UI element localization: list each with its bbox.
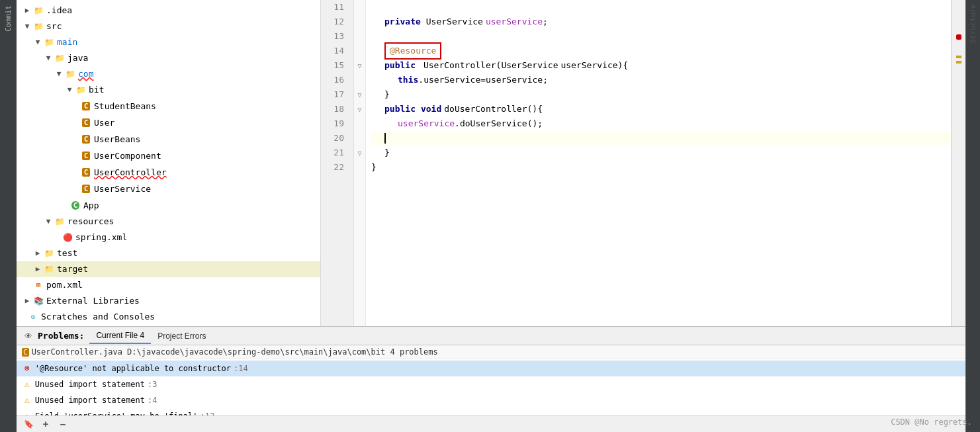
plus-btn[interactable]: + [39, 417, 52, 431]
param-userservice-16: userService [486, 73, 543, 87]
tree-label-user: User [94, 116, 114, 130]
code-line-20[interactable] [371, 131, 951, 146]
problem-text-3: Field 'userService' may be 'final' [35, 410, 198, 415]
class-icon-usercontroller: C [80, 165, 92, 179]
problems-list: ⊗ '@Resource' not applicable to construc… [17, 359, 965, 415]
problem-item-1[interactable]: ⚠ Unused import statement :3 [17, 376, 965, 392]
gutter-16 [354, 73, 365, 87]
tree-item-java[interactable]: ▼ 📁 java [17, 50, 320, 66]
structure-sidebar: Structure [965, 0, 980, 432]
tree-item-userservice[interactable]: C UserService [17, 181, 320, 197]
tree-item-studentbeans[interactable]: C StudentBeans [17, 98, 320, 114]
tree-label-pom: pom.xml [46, 279, 83, 292]
commit-tab[interactable]: Commit [1, 0, 15, 37]
tree-label-usercontroller: UserController [94, 166, 167, 179]
left-tab-bar: Commit [0, 0, 17, 432]
gutter-17: ▽ [354, 87, 365, 102]
type-userservice-12: UserService [426, 15, 483, 29]
warn-icon-2: ⚠ [24, 394, 30, 406]
annotation-box-14: @Resource [384, 42, 441, 60]
var-userservice-12: userService [486, 15, 543, 29]
ln-17: 17 [321, 87, 348, 102]
gutter-15: ▽ [354, 58, 365, 73]
ln-16: 16 [321, 73, 348, 87]
problem-loc-3: :12 [200, 410, 214, 415]
tab-current-file[interactable]: Current File 4 [89, 328, 151, 344]
warn-icon-1: ⚠ [24, 378, 30, 390]
tree-arrow-idea: ▶ [22, 4, 32, 17]
semicolon-12: ; [543, 15, 548, 29]
scratches-icon: ⊙ [27, 310, 39, 324]
semi-16: ; [543, 73, 548, 87]
tree-arrow-java: ▼ [43, 52, 54, 65]
pom-icon: m [32, 279, 44, 292]
problems-label: Problems: [38, 331, 84, 341]
tree-item-pomxml[interactable]: m pom.xml [17, 277, 320, 293]
tree-arrow-src: ▼ [22, 20, 32, 33]
tree-item-idea[interactable]: ▶ 📁 .idea [17, 3, 320, 19]
tree-item-test[interactable]: ▶ 📁 test [17, 245, 320, 261]
param-name-15: userService [560, 58, 617, 73]
tree-label-java: java [67, 52, 88, 65]
gutter: ▽ ▽ ▽ ▽ [354, 0, 366, 326]
tree-arrow-extlibs: ▶ [22, 294, 32, 308]
folder-icon-com: 📁 [64, 67, 76, 81]
folder-icon-test: 📁 [43, 247, 55, 260]
tree-item-scratches[interactable]: ⊙ Scratches and Consoles [17, 309, 320, 325]
gutter-20 [354, 131, 365, 146]
kw-public-18: public [384, 102, 416, 116]
class-icon-usercomponent: C [80, 149, 92, 163]
kw-private-12: private [384, 15, 421, 29]
closing-brace-17: } [384, 87, 390, 102]
tree-item-main[interactable]: ▼ 📁 main [17, 34, 320, 50]
code-lines[interactable]: private UserService userService ; @Resou… [366, 0, 951, 326]
ln-12: 12 [321, 15, 348, 29]
tree-item-userbeans[interactable]: C UserBeans [17, 131, 320, 148]
problem-item-3[interactable]: ⚠ Field 'userService' may be 'final' :12 [17, 408, 965, 415]
problem-item-0[interactable]: ⊗ '@Resource' not applicable to construc… [17, 361, 965, 376]
error-marker-right [956, 34, 961, 40]
tree-item-src[interactable]: ▼ 📁 src [17, 19, 320, 34]
tree-item-bit[interactable]: ▼ 📁 bit [17, 82, 320, 98]
warn-marker-right-2 [956, 61, 961, 64]
bookmark-btn[interactable]: 🔖 [22, 417, 35, 431]
minus-btn[interactable]: − [56, 417, 69, 431]
tree-item-usercomponent[interactable]: C UserComponent [17, 148, 320, 164]
tree-label-userservice: UserService [94, 183, 151, 196]
tree-item-com[interactable]: ▼ 📁 com [17, 66, 320, 82]
top-area: ▶ 📁 .idea ▼ 📁 src ▼ 📁 main ▼ [17, 0, 965, 326]
tree-label-springxml: spring.xml [75, 231, 127, 244]
tree-item-usercontroller[interactable]: C UserController [17, 164, 320, 181]
var-userservice-19: userService [398, 116, 455, 131]
tree-item-springxml[interactable]: 🔴 spring.xml [17, 230, 320, 245]
ln-22: 22 [321, 160, 348, 175]
tree-item-app[interactable]: C App [17, 197, 320, 214]
tree-arrow-bit: ▼ [64, 83, 75, 97]
tree-item-target[interactable]: ▶ 📁 target [17, 261, 320, 277]
tab-project-errors[interactable]: Project Errors [151, 329, 212, 343]
problem-text-2: Unused import statement [35, 394, 145, 406]
tree-arrow-resources: ▼ [43, 215, 54, 228]
tree-label-extlibs: External Libraries [46, 294, 140, 308]
call-parens-19: (); [527, 116, 543, 131]
class-icon-user: C [80, 116, 92, 130]
cursor-20 [384, 133, 386, 144]
folder-icon-idea: 📁 [32, 4, 44, 17]
tree-item-extlibs[interactable]: ▶ 📚 External Libraries [17, 293, 320, 309]
structure-label[interactable]: Structure [967, 0, 979, 48]
problem-item-2[interactable]: ⚠ Unused import statement :4 [17, 392, 965, 408]
paren-open-15: ( [496, 58, 502, 73]
extlib-icon: 📚 [32, 294, 44, 308]
ln-18: 18 [321, 102, 348, 116]
eye-icon-btn[interactable]: 👁 [22, 329, 35, 343]
tree-item-user[interactable]: C User [17, 114, 320, 131]
tree-item-resources[interactable]: ▼ 📁 resources [17, 214, 320, 230]
ln-20: 20 [321, 131, 348, 146]
code-line-13 [371, 29, 951, 44]
tree-label-usercomponent: UserComponent [94, 150, 161, 163]
tree-label-test: test [57, 247, 77, 260]
editor-area: 11 12 13 14 15 16 17 18 19 20 21 22 [321, 0, 951, 326]
ln-15: 15 [321, 58, 348, 73]
gutter-18: ▽ [354, 102, 365, 116]
tree-label-userbeans: UserBeans [94, 133, 140, 146]
